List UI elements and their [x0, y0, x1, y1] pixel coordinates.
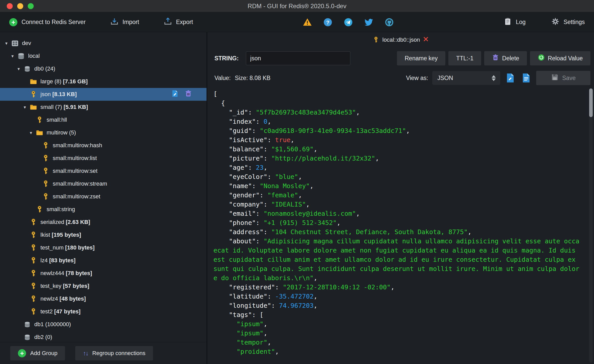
tree-item-label: serialized [2.63 KB] [40, 219, 90, 225]
tree-item-dev[interactable]: ▼dev [0, 37, 207, 50]
tree-item-label: small:multirow:set [53, 168, 98, 174]
edit-value-icon[interactable] [171, 90, 179, 99]
json-line: { [213, 99, 587, 108]
json-line: "company": "IDEALIS", [213, 200, 587, 209]
json-line: "isActive": true, [213, 135, 587, 145]
settings-button[interactable]: Settings [551, 17, 585, 27]
tree-item-small-hll[interactable]: small:hll [0, 113, 207, 126]
tree-item-lz4[interactable]: lz4 [83 bytes] [0, 254, 207, 267]
toolbar-right-group: Log Settings [504, 17, 585, 27]
scrollbar-thumb[interactable] [589, 88, 593, 117]
delete-key-button[interactable]: Delete [484, 51, 527, 65]
minimize-window-button[interactable] [17, 3, 23, 9]
settings-label: Settings [564, 19, 585, 26]
tree-item-lkist[interactable]: lkist [195 bytes] [0, 229, 207, 241]
tree-item-small-multirow-hash[interactable]: small:multirow:hash [0, 139, 207, 152]
tree-item-newlz444[interactable]: newlz444 [78 bytes] [0, 267, 207, 280]
value-editor-wrap: [ { "_id": "5f7b26973c483ea3479d4e53", "… [207, 87, 594, 364]
help-icon[interactable]: ? [323, 18, 332, 27]
json-line: ecat id. Voluptate labore dolore amet no… [213, 246, 587, 255]
dropdown-chevrons-icon [490, 75, 498, 81]
telegram-icon[interactable] [344, 18, 353, 27]
tree-item-label: small:string [47, 206, 75, 213]
tree-item-size: [83 bytes] [49, 257, 75, 264]
tree-item-serialized[interactable]: serialized [2.63 KB] [0, 216, 207, 229]
ttl-button[interactable]: TTL:-1 [448, 51, 481, 65]
json-line: "registered": "2017-12-28T10:49:12 -02:0… [213, 283, 587, 292]
delete-label: Delete [502, 55, 519, 62]
json-line: [ [213, 89, 587, 99]
up-down-arrows-icon: ↑↓ [83, 350, 88, 357]
key-icon [41, 142, 50, 149]
zoom-window-button[interactable] [28, 3, 34, 9]
json-line: "tags": [ [213, 310, 587, 320]
reload-value-button[interactable]: Reload Value [530, 51, 590, 65]
plain-text-view-icon[interactable] [520, 72, 532, 84]
tree-item-multirow[interactable]: ▼multirow (5) [0, 126, 207, 139]
reload-value-label: Reload Value [548, 55, 583, 62]
expand-collapse-arrow-icon[interactable]: ▼ [20, 105, 29, 109]
connect-to-server-button[interactable]: + Connect to Redis Server [9, 18, 86, 26]
log-button[interactable]: Log [504, 17, 526, 27]
tree-item-test2[interactable]: test2 [47 bytes] [0, 305, 207, 318]
export-button[interactable]: Export [164, 17, 193, 27]
key-icon [29, 257, 37, 264]
ttl-label: TTL:-1 [456, 55, 473, 62]
traffic-lights [7, 0, 34, 12]
tree-item-json[interactable]: json [8.13 KB] [0, 88, 207, 101]
tree-item-size: [57 bytes] [63, 283, 89, 289]
tree-item-label: db2 (0) [34, 334, 52, 340]
connect-label: Connect to Redis Server [21, 19, 86, 26]
import-icon [110, 17, 118, 27]
json-line: "ipsum", [213, 329, 587, 338]
twitter-icon[interactable] [364, 18, 373, 27]
tree-item-test-key[interactable]: test_key [57 bytes] [0, 280, 207, 292]
tree-item-label: local [28, 53, 40, 59]
tree-item-small-multirow-set[interactable]: small:multirow:set [0, 165, 207, 177]
open-in-external-editor-icon[interactable] [504, 72, 516, 84]
app-window: RDM - GUI for Redis® 2020.5.0-dev + Conn… [0, 0, 594, 364]
value-editor[interactable]: [ { "_id": "5f7b26973c483ea3479d4e53", "… [207, 87, 594, 364]
plus-icon: + [18, 349, 26, 357]
tab-local-db0-json[interactable]: local::db0::json [373, 36, 429, 43]
key-name-input[interactable] [246, 51, 350, 65]
tree-item-small-multirow-zset[interactable]: small:multirow:zset [0, 190, 207, 203]
tree-item-small-multirow-stream[interactable]: small:multirow:stream [0, 177, 207, 190]
close-tab-icon[interactable] [423, 36, 429, 43]
tree-item-db0[interactable]: ▼db0 (24) [0, 62, 207, 75]
rename-key-button[interactable]: Rename key [397, 51, 445, 65]
github-icon[interactable] [385, 18, 394, 27]
tree-item-label: multirow (5) [47, 129, 76, 136]
key-icon [41, 154, 50, 162]
tree-item-large[interactable]: large (8) [7.16 GB] [0, 75, 207, 88]
expand-collapse-arrow-icon[interactable]: ▼ [8, 54, 17, 58]
add-group-button[interactable]: + Add Group [10, 346, 65, 360]
tree-item-local[interactable]: ▼local [0, 50, 207, 62]
tree-item-small[interactable]: ▼small (7) [5.91 KB] [0, 101, 207, 113]
tree-item-small-string[interactable]: small:string [0, 203, 207, 216]
gear-icon [551, 17, 559, 27]
expand-collapse-arrow-icon[interactable]: ▼ [2, 41, 11, 46]
sidebar: ▼dev▼local▼db0 (24)large (8) [7.16 GB]js… [0, 32, 207, 364]
tree-item-label: newlz444 [78 bytes] [40, 270, 92, 277]
tree-item-newlz4[interactable]: newlz4 [48 bytes] [0, 292, 207, 305]
close-window-button[interactable] [7, 3, 13, 9]
expand-collapse-arrow-icon[interactable]: ▼ [14, 67, 23, 71]
expand-collapse-arrow-icon[interactable]: ▼ [27, 131, 35, 135]
folder-icon [29, 78, 37, 85]
tree-item-small-multirow-list[interactable]: small:multirow:list [0, 152, 207, 165]
rename-key-label: Rename key [405, 55, 438, 62]
tree-item-test-num[interactable]: test_num [180 bytes] [0, 241, 207, 254]
tree-item-label: small:multirow:stream [53, 180, 107, 187]
save-button[interactable]: Save [536, 71, 590, 85]
delete-key-icon[interactable] [185, 90, 192, 99]
floppy-icon [551, 73, 559, 83]
json-line: "name": "Nona Mosley", [213, 181, 587, 191]
warning-icon[interactable] [303, 18, 312, 27]
import-button[interactable]: Import [110, 17, 139, 27]
tree-item-db1[interactable]: db1 (1000000) [0, 318, 207, 331]
tree-item-db2[interactable]: db2 (0) [0, 331, 207, 342]
tree-item-size: [7.16 GB] [63, 78, 88, 85]
view-mode-dropdown[interactable]: JSON [432, 71, 500, 85]
regroup-connections-button[interactable]: ↑↓ Regroup connections [75, 346, 153, 360]
